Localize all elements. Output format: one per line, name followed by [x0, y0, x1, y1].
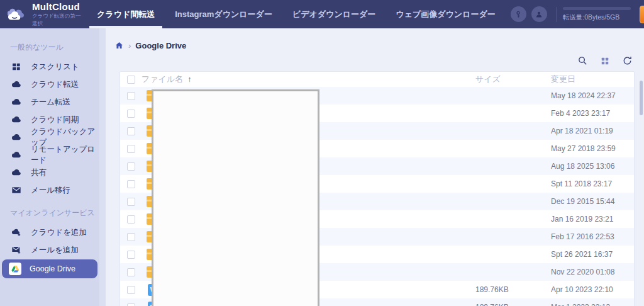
file-modified-cell: May 27 2018 23:59 [546, 144, 634, 153]
team-transfer-icon [10, 97, 23, 107]
sidebar-item[interactable]: タスクリスト [0, 58, 99, 76]
file-modified-cell: May 18 2024 22:37 [546, 91, 634, 100]
account-button[interactable] [531, 6, 547, 22]
file-modified-cell: Apr 18 2021 01:19 [546, 127, 634, 135]
sidebar-item-label: タスクリスト [31, 62, 79, 72]
topbar-divider [556, 7, 557, 22]
sort-ascending-icon: ↑ [187, 75, 191, 84]
top-nav-item-label: クラウド間転送 [97, 9, 155, 20]
top-nav-item-label: ビデオダウンローダー [292, 9, 375, 20]
search-icon [577, 55, 588, 66]
top-nav-item-label: ウェブ画像ダウンローダー [396, 9, 495, 20]
google-drive-icon [9, 263, 21, 275]
topbar: MultCloud クラウド転送の第一選択 クラウド間転送 Instagramダ… [0, 0, 644, 28]
refresh-icon [622, 55, 633, 66]
row-checkbox[interactable] [127, 215, 135, 224]
person-icon [535, 10, 543, 19]
sidebar-section: マイオンラインサービス クラウドを追加 メールを追加 Google Drive [0, 208, 99, 278]
column-header-name[interactable]: ファイル名 ↑ [142, 74, 470, 85]
sidebar-section-header: 一般的なツール [10, 42, 99, 53]
sidebar-item[interactable]: チーム転送 [0, 93, 99, 111]
sidebar-item-label: メール移行 [31, 185, 70, 196]
sidebar-item[interactable]: クラウドバックアップ [0, 128, 99, 146]
view-toggle-button[interactable] [601, 57, 609, 65]
file-modified-cell: Feb 17 2016 22:53 [546, 232, 634, 241]
add-cloud-icon [10, 227, 23, 237]
top-nav-item[interactable]: Instagramダウンローダー [165, 0, 282, 28]
grid-view-icon [601, 57, 609, 65]
cloud-sync-icon [10, 115, 23, 125]
sidebar-item[interactable]: クラウド同期 [0, 111, 99, 128]
traffic-quota: 転送量:0Bytes/5GB [563, 7, 631, 22]
row-checkbox[interactable] [127, 127, 135, 135]
upgrade-button[interactable]: アップグレード [640, 6, 644, 23]
row-checkbox[interactable] [127, 268, 135, 276]
brand-tagline: クラウド転送の第一選択 [32, 13, 83, 28]
table-header: ファイル名 ↑ サイズ 変更日 [120, 72, 634, 87]
row-checkbox[interactable] [127, 145, 135, 153]
file-modified-cell: Apr 10 2023 22:10 [546, 285, 634, 294]
sidebar-item[interactable]: メールを追加 [0, 241, 99, 259]
row-checkbox[interactable] [127, 233, 135, 241]
row-checkbox[interactable] [127, 92, 135, 100]
search-button[interactable] [577, 55, 588, 66]
sidebar-item[interactable]: 共有 [0, 164, 99, 181]
sidebar-item[interactable]: クラウド転送 [0, 76, 99, 93]
file-modified-cell: Mar 1 2023 22:13 [546, 303, 634, 306]
breadcrumb-separator: › [128, 42, 131, 50]
file-size-cell: 189.76KB [470, 285, 546, 294]
cloud-backup-icon [10, 132, 23, 142]
add-mail-icon [10, 245, 23, 255]
scrollbar-thumb[interactable] [640, 81, 643, 115]
task-list-icon [10, 62, 23, 72]
top-nav-item[interactable]: ビデオダウンローダー [282, 0, 386, 28]
refresh-button[interactable] [622, 55, 633, 66]
password-key-button[interactable] [511, 6, 526, 22]
file-size-cell: 189.76KB [470, 303, 546, 306]
sidebar-item-label: クラウド同期 [31, 115, 79, 125]
breadcrumb: › Google Drive [106, 28, 644, 50]
file-modified-cell: Spt 26 2021 16:37 [546, 250, 634, 259]
quota-progress-bar [563, 7, 631, 10]
quota-label: 転送量:0Bytes/5GB [563, 13, 631, 22]
file-modified-cell: Jan 16 2019 23:21 [546, 215, 634, 224]
sidebar-item[interactable]: リモートアップロード [0, 146, 99, 164]
multcloud-app: MultCloud クラウド転送の第一選択 クラウド間転送 Instagramダ… [0, 0, 644, 306]
column-header-modified[interactable]: 変更日 [546, 74, 634, 85]
top-nav-item[interactable]: ウェブ画像ダウンローダー [386, 0, 505, 28]
file-modified-cell: Spt 11 2018 23:17 [546, 179, 634, 188]
redacted-region [152, 89, 319, 306]
sidebar-item[interactable]: クラウドを追加 [0, 224, 99, 241]
multcloud-logo-icon [8, 6, 27, 23]
top-nav-item-label: Instagramダウンローダー [175, 9, 272, 20]
brand-name: MultCloud [32, 1, 83, 12]
sidebar-item-label: クラウドを追加 [31, 227, 87, 238]
breadcrumb-current: Google Drive [135, 41, 186, 50]
sidebar-item[interactable]: メール移行 [0, 181, 99, 199]
sidebar-item-label: チーム転送 [31, 97, 70, 108]
row-checkbox[interactable] [127, 180, 135, 188]
brand[interactable]: MultCloud クラウド転送の第一選択 [0, 1, 83, 28]
cloud-transfer-icon [10, 79, 23, 89]
topbar-right: 転送量:0Bytes/5GB アップグレード 70% OFF [506, 0, 644, 28]
row-checkbox[interactable] [127, 286, 135, 294]
row-checkbox[interactable] [127, 251, 135, 259]
sidebar: 一般的なツール タスクリスト クラウド転送 チーム転送 [0, 28, 99, 306]
home-icon [114, 41, 124, 50]
top-nav: クラウド間転送 Instagramダウンローダー ビデオダウンローダー ウェブ画… [87, 0, 506, 28]
file-modified-cell: Feb 4 2023 23:17 [546, 109, 634, 118]
row-checkbox[interactable] [127, 162, 135, 171]
sidebar-item[interactable]: Google Drive [2, 259, 97, 278]
sidebar-item-label: リモートアップロード [31, 144, 99, 166]
row-checkbox[interactable] [127, 110, 135, 118]
select-all-checkbox[interactable] [127, 76, 135, 84]
row-checkbox[interactable] [127, 303, 135, 306]
file-modified-cell: Dec 19 2015 15:44 [546, 197, 634, 206]
mail-migration-icon [10, 185, 23, 195]
row-checkbox[interactable] [127, 198, 135, 206]
breadcrumb-home[interactable] [114, 41, 124, 50]
top-nav-item[interactable]: クラウド間転送 [87, 0, 165, 28]
remote-upload-icon [10, 150, 23, 160]
sidebar-section-header: マイオンラインサービス [10, 208, 99, 218]
column-header-size[interactable]: サイズ [470, 74, 546, 85]
